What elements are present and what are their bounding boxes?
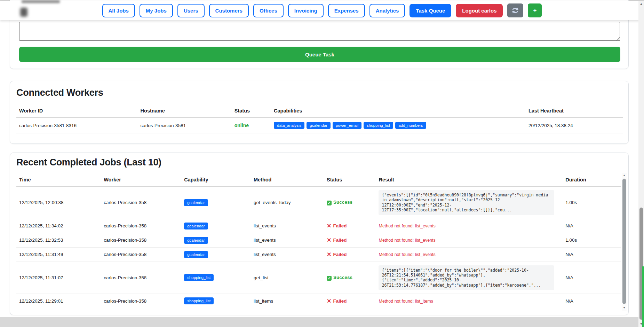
- redacted-control: [20, 8, 27, 17]
- capability-badge: shopping_list: [364, 122, 393, 129]
- online-status-badge: online: [234, 123, 249, 128]
- scroll-up-icon[interactable]: ▲: [622, 173, 627, 178]
- job-row: 12/12/2025, 11:34:02carlos-Precision-358…: [16, 219, 621, 233]
- job-method-cell: list_events: [251, 219, 324, 233]
- capabilities-cell: data_analysisgcalendarpower_emailshoppin…: [271, 118, 526, 133]
- job-worker-cell: carlos-Precision-358: [101, 233, 181, 247]
- status-label: Failed: [333, 252, 347, 257]
- recent-jobs-card: Recent Completed Jobs (Last 10) TimeWork…: [10, 153, 629, 315]
- workers-col-hostname: Hostname: [138, 104, 232, 118]
- queue-task-button[interactable]: Queue Task: [19, 47, 620, 62]
- capability-badge: shopping_list: [184, 297, 214, 304]
- top-navbar: All JobsMy JobsUsersCustomersOfficesInvo…: [0, 1, 644, 20]
- refresh-button[interactable]: [507, 3, 523, 17]
- nav-analytics-button[interactable]: Analytics: [369, 4, 405, 17]
- job-capability-cell: gcalendar: [181, 247, 251, 262]
- scroll-down-icon[interactable]: ▼: [622, 305, 627, 310]
- capability-badge: gcalendar: [184, 223, 208, 229]
- jobs-col-capability: Capability: [181, 173, 251, 187]
- status-label: Failed: [333, 238, 347, 243]
- worker-id-cell: carlos-Precision-3581-8316: [16, 118, 138, 133]
- success-check-icon: ✓: [327, 276, 332, 281]
- result-error-text: Method not found: list_events: [379, 252, 435, 257]
- result-json: {"items":[{"item":"\"door for the boiler…: [379, 265, 554, 290]
- failed-x-icon: ✕: [327, 223, 331, 229]
- job-status-cell: ✕Failed: [324, 219, 376, 233]
- status-label: Failed: [333, 298, 347, 304]
- job-status-cell: ✓Success: [324, 187, 376, 219]
- hostname-cell: carlos-Precision-3581: [138, 118, 232, 133]
- capability-badge: gcalendar: [184, 237, 208, 244]
- nav-offices-button[interactable]: Offices: [253, 4, 284, 17]
- nav-expenses-button[interactable]: Expenses: [328, 4, 365, 17]
- connected-workers-card: Connected Workers Worker IDHostnameStatu…: [10, 81, 629, 144]
- status-label: Failed: [333, 223, 347, 228]
- jobs-table-scrollbar: ▲ ▼: [622, 173, 627, 311]
- job-capability-cell: gcalendar: [181, 233, 251, 247]
- nav-users-button[interactable]: Users: [177, 4, 205, 17]
- job-status-cell: ✕Failed: [324, 233, 376, 247]
- job-worker-cell: carlos-Precision-358: [101, 262, 181, 294]
- capability-badge: shopping_list: [184, 274, 214, 281]
- job-duration-cell: N/A: [563, 294, 621, 308]
- page: Queue Task All JobsMy JobsUsersCustomers…: [0, 0, 644, 327]
- failed-x-icon: ✕: [327, 251, 331, 257]
- job-row: 12/12/2025, 11:29:01carlos-Precision-358…: [16, 294, 621, 308]
- nav-all-jobs-button[interactable]: All Jobs: [102, 4, 135, 17]
- job-method-cell: get_list: [251, 262, 324, 294]
- failed-x-icon: ✕: [327, 237, 331, 243]
- jobs-col-method: Method: [251, 173, 324, 187]
- job-capability-cell: gcalendar: [181, 219, 251, 233]
- nav-customers-button[interactable]: Customers: [209, 4, 249, 17]
- job-capability-cell: shopping_list: [181, 294, 251, 308]
- nav-invoicing-button[interactable]: Invoicing: [288, 4, 324, 17]
- add-button[interactable]: +: [528, 3, 542, 17]
- job-method-cell: list_items: [251, 294, 324, 308]
- job-time-cell: 12/12/2025, 12:00:38: [16, 187, 101, 219]
- jobs-table-header: TimeWorkerCapabilityMethodStatusResultDu…: [16, 173, 621, 187]
- recent-jobs-title: Recent Completed Jobs (Last 10): [16, 157, 161, 168]
- job-result-cell: Method not found: list_events: [376, 233, 563, 247]
- refresh-icon: [511, 7, 519, 14]
- task-params-input[interactable]: [19, 22, 620, 41]
- nav-logout-carlos-button[interactable]: Logout carlos: [456, 4, 503, 17]
- jobs-col-time: Time: [16, 173, 101, 187]
- jobs-scrollbar-thumb[interactable]: [622, 179, 626, 304]
- nav-my-jobs-button[interactable]: My Jobs: [140, 4, 173, 17]
- result-error-text: Method not found: list_events: [379, 224, 435, 228]
- jobs-scroll-area[interactable]: TimeWorkerCapabilityMethodStatusResultDu…: [16, 173, 628, 311]
- job-duration-cell: 1.00s: [563, 233, 621, 247]
- job-row: 12/12/2025, 11:32:53carlos-Precision-358…: [16, 233, 621, 247]
- jobs-col-status: Status: [324, 173, 376, 187]
- workers-table: Worker IDHostnameStatusCapabilitiesLast …: [16, 104, 623, 133]
- job-result-cell: Method not found: list_items: [376, 294, 563, 308]
- workers-col-status: Status: [232, 104, 271, 118]
- job-duration-cell: N/A: [563, 247, 621, 262]
- jobs-col-result: Result: [376, 173, 563, 187]
- job-worker-cell: carlos-Precision-358: [101, 219, 181, 233]
- job-row: 12/12/2025, 11:31:07carlos-Precision-358…: [16, 262, 621, 294]
- capability-badge: gcalendar: [184, 251, 208, 258]
- job-row: 12/12/2025, 11:31:49carlos-Precision-358…: [16, 247, 621, 262]
- job-status-cell: ✕Failed: [324, 294, 376, 308]
- workers-table-header: Worker IDHostnameStatusCapabilitiesLast …: [16, 104, 623, 118]
- scrollbar-up-icon[interactable]: ▲: [638, 1, 644, 6]
- workers-col-last-heartbeat: Last Heartbeat: [526, 104, 623, 118]
- bottom-gray-band: [0, 317, 638, 327]
- job-result-cell: Method not found: list_events: [376, 247, 563, 262]
- status-label: Success: [333, 200, 352, 205]
- result-json: {"events":[{"id":"0l5n9eadheu890f28f8plm…: [379, 190, 554, 215]
- worker-row: carlos-Precision-3581-8316carlos-Precisi…: [16, 118, 623, 133]
- nav-task-queue-button[interactable]: Task Queue: [410, 4, 451, 17]
- job-status-cell: ✕Failed: [324, 247, 376, 262]
- job-worker-cell: carlos-Precision-358: [101, 294, 181, 308]
- result-error-text: Method not found: list_items: [379, 299, 433, 304]
- job-row: 12/12/2025, 12:00:38carlos-Precision-358…: [16, 187, 621, 219]
- worker-status-cell: online: [232, 118, 271, 133]
- redacted-label: [22, 0, 60, 3]
- workers-col-worker-id: Worker ID: [16, 104, 138, 118]
- capability-badge: gcalendar: [184, 199, 208, 206]
- job-method-cell: list_events: [251, 247, 324, 262]
- job-method-cell: get_events_today: [251, 187, 324, 219]
- capability-badge: gcalendar: [307, 122, 331, 129]
